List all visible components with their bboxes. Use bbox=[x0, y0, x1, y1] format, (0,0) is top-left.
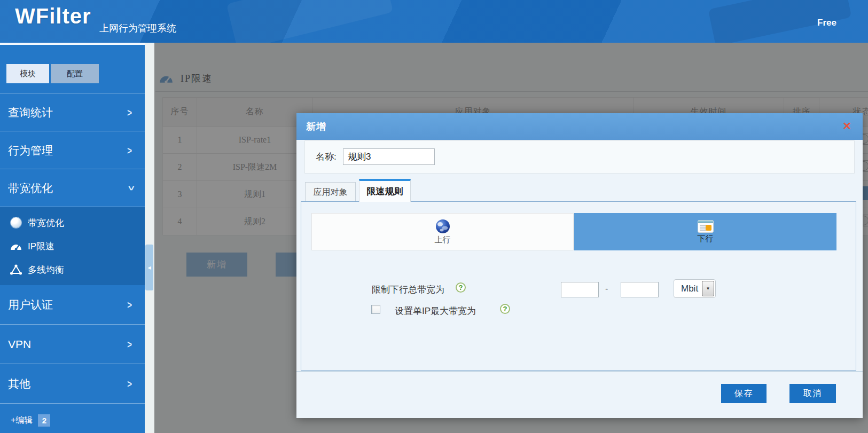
bandwidth-max-input[interactable] bbox=[621, 282, 659, 297]
app-subtitle: 上网行为管理系统 bbox=[99, 22, 176, 35]
direction-download[interactable]: 下行 bbox=[574, 213, 836, 250]
chevron-right-icon: > bbox=[127, 356, 132, 412]
sidebar-item-others[interactable]: 其他 > bbox=[0, 364, 145, 404]
bandwidth-label: 限制下行总带宽为 bbox=[372, 284, 444, 296]
collapse-left-icon: ◀ bbox=[147, 265, 151, 270]
unit-selected-value: Mbit bbox=[681, 280, 698, 297]
range-separator: - bbox=[605, 284, 608, 294]
sidebar-subitem-label: IP限速 bbox=[28, 240, 54, 253]
sidebar-subitem-ip-rate-limit[interactable]: IP限速 bbox=[0, 234, 145, 258]
per-ip-label: 设置单IP最大带宽为 bbox=[395, 305, 476, 317]
bandwidth-row: 限制下行总带宽为 ? - Mbit ▼ bbox=[301, 279, 856, 301]
rule-name-input[interactable] bbox=[343, 148, 435, 165]
tab-apply-target[interactable]: 应用对象 bbox=[305, 182, 356, 202]
add-rule-dialog: 新增 ✕ 名称: 应用对象 限速规则 上行 bbox=[296, 113, 863, 418]
speedometer-icon bbox=[10, 240, 22, 253]
sidebar-item-label: 行为管理 bbox=[8, 144, 53, 156]
sidebar-item-label: VPN bbox=[8, 338, 31, 350]
sidebar-item-user-auth[interactable]: 用户认证 > bbox=[0, 285, 145, 325]
app-header: WFilter 上网行为管理系统 Free bbox=[0, 0, 868, 43]
sidebar-tabs: 模块 配置 bbox=[6, 64, 99, 83]
sidebar-item-behavior-mgmt[interactable]: 行为管理 > bbox=[0, 131, 145, 169]
per-ip-row: 设置单IP最大带宽为 ? bbox=[301, 303, 856, 319]
sidebar-item-label: 其他 bbox=[8, 377, 30, 390]
name-panel: 名称: bbox=[304, 140, 855, 174]
sidebar-item-label: 查询统计 bbox=[8, 106, 53, 119]
sidebar-subitem-multiline-balance[interactable]: 多线均衡 bbox=[0, 258, 145, 281]
tab-config[interactable]: 配置 bbox=[51, 64, 99, 83]
edit-label: +编辑 bbox=[11, 415, 33, 426]
sidebar-subitem-label: 带宽优化 bbox=[28, 217, 64, 229]
sidebar-item-query-stats[interactable]: 查询统计 > bbox=[0, 93, 145, 131]
sidebar-item-vpn[interactable]: VPN > bbox=[0, 325, 145, 364]
sphere-icon bbox=[10, 216, 22, 229]
triangle-network-icon bbox=[10, 263, 22, 276]
globe-icon bbox=[435, 219, 450, 234]
license-badge: Free bbox=[817, 18, 836, 28]
tab-rate-rule[interactable]: 限速规则 bbox=[359, 179, 411, 202]
sidebar-item-label: 带宽优化 bbox=[8, 182, 53, 194]
sidebar-item-label: 用户认证 bbox=[8, 298, 53, 311]
sidebar-collapse-handle[interactable]: ◀ bbox=[145, 245, 153, 290]
sidebar-edit-link[interactable]: +编辑 2 bbox=[11, 414, 50, 427]
sidebar-nav: 查询统计 > 行为管理 > 带宽优化 > 带宽优化 bbox=[0, 93, 145, 404]
rate-rule-panel: 上行 下行 限制下行总带宽为 ? - Mbit ▼ 设置单IP最大带宽为 ? bbox=[301, 201, 856, 371]
dropdown-arrow-icon[interactable]: ▼ bbox=[702, 281, 714, 296]
app-logo: WFilter bbox=[15, 4, 91, 28]
sidebar-item-bandwidth-opt[interactable]: 带宽优化 > bbox=[0, 169, 145, 207]
name-label: 名称: bbox=[316, 141, 337, 173]
dialog-header: 新增 ✕ bbox=[296, 113, 863, 140]
bandwidth-min-input[interactable] bbox=[561, 282, 599, 297]
help-icon[interactable]: ? bbox=[500, 304, 510, 314]
direction-download-label: 下行 bbox=[698, 234, 714, 244]
download-rule-icon bbox=[698, 220, 714, 233]
unit-select[interactable]: Mbit ▼ bbox=[674, 279, 716, 298]
chevron-down-icon: > bbox=[105, 186, 158, 191]
divider bbox=[296, 371, 863, 372]
dialog-title: 新增 bbox=[306, 113, 326, 140]
cancel-button[interactable]: 取消 bbox=[789, 384, 836, 403]
per-ip-checkbox[interactable] bbox=[371, 305, 380, 314]
save-button[interactable]: 保存 bbox=[721, 384, 767, 403]
tab-modules[interactable]: 模块 bbox=[6, 64, 49, 83]
help-icon[interactable]: ? bbox=[456, 282, 466, 293]
sidebar-subitem-bandwidth-opt[interactable]: 带宽优化 bbox=[0, 211, 145, 234]
close-icon[interactable]: ✕ bbox=[842, 120, 851, 132]
sidebar-subitem-label: 多线均衡 bbox=[28, 264, 64, 276]
sidebar: 模块 配置 查询统计 > 行为管理 > 带宽优化 > 带宽优化 bbox=[0, 43, 145, 433]
sidebar-submenu: 带宽优化 IP限速 bbox=[0, 207, 145, 285]
direction-upload-label: 上行 bbox=[435, 235, 451, 245]
edit-count-badge: 2 bbox=[38, 414, 50, 427]
direction-upload[interactable]: 上行 bbox=[311, 213, 574, 250]
